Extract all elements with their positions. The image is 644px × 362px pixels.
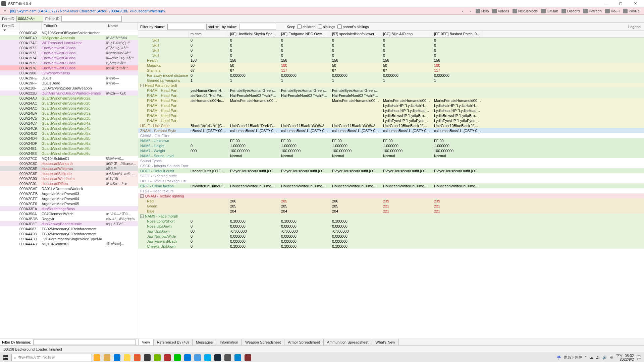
clock[interactable]: 下午 08:022022/9/2 — [616, 354, 634, 361]
field-row[interactable]: Jaw Up/Down00-0.300000-0.300000-0.300000 — [138, 229, 644, 234]
taskbar-app-icon[interactable] — [233, 353, 242, 362]
record-row[interactable]: 000A24E1GuardWindhelmSonsPatrol6b — [0, 146, 138, 151]
breadcrumb[interactable]: [00] Skyrim.esm (FA343672) \ Non-Player … — [10, 9, 165, 13]
tab-what-s-new[interactable]: What's New — [372, 339, 398, 345]
tray-chevron-icon[interactable]: ˄ — [585, 355, 587, 360]
link-github[interactable]: GitHub — [539, 9, 560, 13]
record-row[interactable]: 000A24C5GuardWindhelmSonsPatrol3b — [0, 116, 138, 121]
field-row[interactable]: PNAM - Head PartLydiaEyesHP "LydiaEyesHP… — [138, 118, 644, 123]
taskbar-app-icon[interactable] — [223, 353, 232, 362]
taskbar-app-icon[interactable] — [143, 353, 152, 362]
field-row[interactable]: Skill000000 — [138, 48, 644, 53]
taskbar-app-icon[interactable] — [93, 353, 101, 362]
taskbar-app-icon[interactable] — [213, 353, 222, 362]
record-row[interactable]: 000A1972EncWerewolf02Bossé¯Žé »ç‹¼å°° — [0, 45, 138, 50]
taskbar-app-icon[interactable] — [133, 353, 142, 362]
field-row[interactable]: Jaw Narrow/Wide00.0000000.0000000.000000 — [138, 234, 644, 239]
record-row[interactable]: 000A24C9GuardWindhelmSonsPatrol4b — [0, 126, 138, 131]
field-row[interactable]: PNAM - Head PartLydiaHeadHP "LydiaHeadHP… — [138, 108, 644, 113]
tab-messages[interactable]: Messages — [192, 339, 216, 345]
field-row[interactable]: Health158158158158158158 — [138, 58, 644, 63]
record-row[interactable]: 000A2CF0ArgonianMalePreset05 — [0, 201, 138, 206]
formid-input[interactable] — [16, 16, 43, 22]
record-row[interactable]: 000A24BAGuardWindhelmSonsPatrol3a — [0, 111, 138, 116]
record-row[interactable]: 000A24ACGuardWindhelmSonsPatrol2c — [0, 106, 138, 111]
field-row[interactable]: PNAM - Head PartaleNord02 "HairFemal...H… — [138, 93, 644, 98]
record-row[interactable]: 000A1975EncWerewolf05Bossç¸Žœç‹¼å°° — [0, 60, 138, 65]
field-row[interactable]: Skill000000 — [138, 53, 644, 58]
siblings-checkbox[interactable]: siblings — [318, 24, 335, 29]
record-row[interactable]: 000A24D2GuardWindhelmSonsPatrol5a — [0, 131, 138, 136]
record-row[interactable]: 000A24D4GuardWindhelmSonsPatrol5b — [0, 136, 138, 141]
record-tree-header[interactable]: FormID EditorID Name — [0, 23, 138, 30]
field-row[interactable]: Stamina67671176767117 — [138, 68, 644, 73]
record-row[interactable]: 000A2CEFArgonianMalePreset04 — [0, 196, 138, 201]
field-row[interactable]: Skill000000 — [138, 43, 644, 48]
link-help[interactable]: Help — [474, 9, 491, 13]
link-discord[interactable]: Discord — [560, 9, 581, 13]
plugin-column[interactable]: [57] specialeditionfollowers.esp — [330, 31, 381, 37]
field-row[interactable]: PNAM - Head PartyesHumanGreenHazel...Fem… — [138, 88, 644, 93]
plugin-column[interactable]: [FE 0EF] Bashed Patch, 0.esp — [432, 31, 483, 37]
record-row[interactable]: 000A24E3GuardWindhelmSonsPatrol6c — [0, 151, 138, 156]
field-row[interactable]: Magicka50501005050100 — [138, 63, 644, 68]
field-row[interactable]: Nose Long/Short00.1000000.1000000.100000 — [138, 219, 644, 224]
field-row[interactable]: Skill000000 — [138, 38, 644, 43]
record-row[interactable]: 000A4687TG02Mercenary01Reinforcement — [0, 226, 138, 231]
field-row[interactable]: CSCR - Inherits Sounds From — [138, 163, 644, 168]
record-row[interactable]: 000A1976EncWerewolf06Bossæ®å°‹ç‹¼å°° — [0, 65, 138, 70]
taskbar-app-icon[interactable] — [113, 353, 121, 362]
field-row[interactable]: CRIF - Crime factionurlWhiterunCrimeFact… — [138, 183, 644, 188]
volume-icon[interactable]: 🔊 — [602, 355, 607, 360]
record-row[interactable]: 000A2C8CHousecarlMarkarthå€£°Œ...å%œœ... — [0, 161, 138, 166]
field-row[interactable]: Green205205205221221 — [138, 203, 644, 208]
filter-name-input[interactable] — [167, 24, 204, 30]
parents-siblings-checkbox[interactable]: parent's siblings — [337, 24, 369, 29]
filter-filename-input[interactable] — [33, 340, 136, 345]
field-row[interactable]: Cheeks Up/Down00.1000000.1000000.100000 — [138, 244, 644, 249]
ime-indicator[interactable]: 英 — [610, 355, 613, 360]
field-row[interactable]: Red206205206239239 — [138, 198, 644, 203]
record-row[interactable]: 000A4A39LvlGuardImperialSingleVoiceTypeM… — [0, 236, 138, 241]
legend-link[interactable]: Legend — [628, 25, 642, 29]
col-formid[interactable]: FormID — [0, 23, 19, 30]
children-checkbox[interactable]: children — [297, 24, 316, 29]
record-row[interactable]: 000A2C90HousecarlWindhelmå°±ç"縼 — [0, 176, 138, 181]
field-row[interactable]: DPLT - Default Package List — [138, 178, 644, 183]
record-row[interactable]: 000A350AC04GlenmorilWitchæ ¼¾—°Œ©... — [0, 211, 138, 216]
record-row[interactable]: 000A0E49DBSpectralAssassinå¹½é­"å°ºå®¢ — [0, 35, 138, 40]
taskbar-app-icon[interactable] — [203, 353, 212, 362]
field-row[interactable]: -Head Parts (sorted) — [138, 83, 644, 88]
field-row[interactable]: -NAM9 - Face morph — [138, 214, 644, 219]
taskbar-search[interactable]: ⌕ 在這裡輸入文字來搜尋 — [11, 354, 92, 361]
plugin-column[interactable]: [0F] Unofficial Skyrim Special E... — [228, 31, 279, 37]
filter-value-input[interactable] — [239, 24, 276, 30]
record-row[interactable]: 000A2C91HousecarlRiftenå°¼Sæ—°œ — [0, 181, 138, 186]
field-row[interactable]: NAM6 - Height01.0000001.0000001.0000001.… — [138, 143, 644, 148]
tab-information[interactable]: Information — [216, 339, 242, 345]
close-button[interactable]: ✕ — [628, 0, 643, 7]
nav-back-button[interactable]: ‹ — [459, 7, 467, 15]
tab-referenced-by-48-[interactable]: Referenced By (48) — [153, 339, 193, 345]
record-row[interactable]: 000A1980LvlWerewolfBoss — [0, 70, 138, 75]
field-row[interactable]: PNAM - Head PartLydiaBrowsHP "LydiaBrows… — [138, 113, 644, 118]
system-tray[interactable]: ☔ 雨急下悠停 ˄ ☁ 🖧 🔊 英 下午 08:022022/9/2 💬 — [554, 354, 644, 361]
taskbar-app-icon[interactable] — [183, 353, 192, 362]
taskbar-app-icon[interactable] — [244, 353, 252, 362]
link-ko-fi[interactable]: Ko-Fi — [603, 9, 621, 13]
record-row[interactable]: 000A19FEDBLiså"©æ— — [0, 75, 138, 80]
field-row[interactable]: NAM7 - Weight000100.000000100.000000100.… — [138, 148, 644, 153]
tab-view[interactable]: View — [138, 339, 154, 345]
link-paypal[interactable]: PayPal — [621, 9, 642, 13]
record-row[interactable]: 000A222BDunAnsilvundDraugrWarlordFemaleä… — [0, 90, 138, 96]
plugin-column[interactable]: m.esm — [189, 31, 228, 37]
plugin-column[interactable]: [CC] Bijin AIO.esp — [381, 31, 432, 37]
taskbar-app-icon[interactable] — [193, 353, 202, 362]
record-tree-body[interactable]: 000A0C42MQ103SonsOfSkyrimSoldierArcher00… — [0, 30, 138, 339]
record-row[interactable]: 000A24A8GuardWindhelmSonsPatrol2a — [0, 96, 138, 101]
tab-ammunition-spreadsheet[interactable]: Ammunition Spreadsheet — [323, 339, 372, 345]
filter-and-select[interactable]: and — [206, 24, 220, 30]
field-row[interactable]: FTST - Head texture — [138, 188, 644, 193]
record-row[interactable]: 000A218FLvlDwarvenSpiderUseWeapon — [0, 85, 138, 90]
record-grid-header[interactable]: m.esm[0F] Unofficial Skyrim Special E...… — [138, 31, 644, 38]
